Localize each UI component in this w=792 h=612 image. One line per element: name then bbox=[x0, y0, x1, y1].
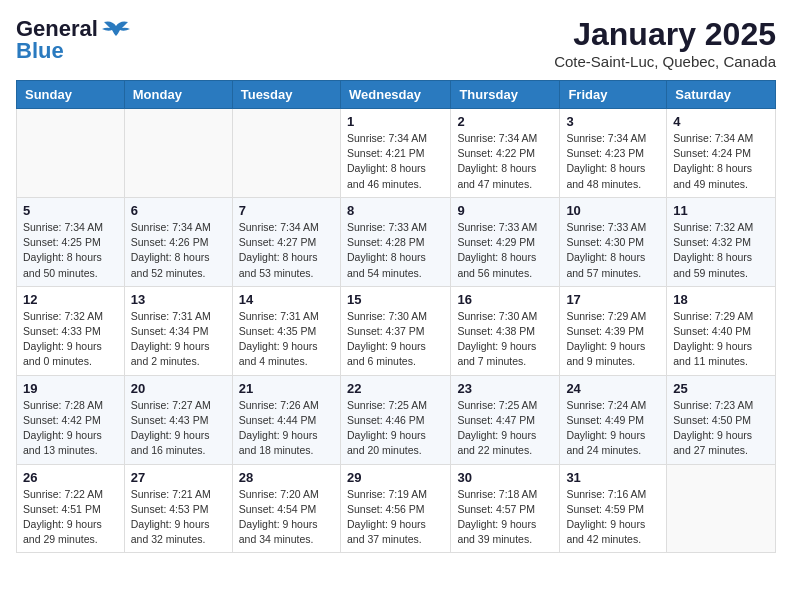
calendar-cell bbox=[232, 109, 340, 198]
day-info: Sunrise: 7:34 AM Sunset: 4:21 PM Dayligh… bbox=[347, 131, 444, 192]
day-info: Sunrise: 7:19 AM Sunset: 4:56 PM Dayligh… bbox=[347, 487, 444, 548]
calendar-cell: 13Sunrise: 7:31 AM Sunset: 4:34 PM Dayli… bbox=[124, 286, 232, 375]
calendar-cell: 10Sunrise: 7:33 AM Sunset: 4:30 PM Dayli… bbox=[560, 197, 667, 286]
day-info: Sunrise: 7:34 AM Sunset: 4:22 PM Dayligh… bbox=[457, 131, 553, 192]
weekday-header-wednesday: Wednesday bbox=[340, 81, 450, 109]
weekday-header-saturday: Saturday bbox=[667, 81, 776, 109]
day-info: Sunrise: 7:33 AM Sunset: 4:28 PM Dayligh… bbox=[347, 220, 444, 281]
day-info: Sunrise: 7:29 AM Sunset: 4:39 PM Dayligh… bbox=[566, 309, 660, 370]
calendar-cell: 9Sunrise: 7:33 AM Sunset: 4:29 PM Daylig… bbox=[451, 197, 560, 286]
calendar-cell: 16Sunrise: 7:30 AM Sunset: 4:38 PM Dayli… bbox=[451, 286, 560, 375]
day-number: 1 bbox=[347, 114, 444, 129]
day-number: 12 bbox=[23, 292, 118, 307]
day-number: 30 bbox=[457, 470, 553, 485]
day-number: 24 bbox=[566, 381, 660, 396]
day-info: Sunrise: 7:31 AM Sunset: 4:34 PM Dayligh… bbox=[131, 309, 226, 370]
day-info: Sunrise: 7:24 AM Sunset: 4:49 PM Dayligh… bbox=[566, 398, 660, 459]
day-info: Sunrise: 7:22 AM Sunset: 4:51 PM Dayligh… bbox=[23, 487, 118, 548]
logo-bird-icon bbox=[102, 18, 130, 40]
day-info: Sunrise: 7:33 AM Sunset: 4:29 PM Dayligh… bbox=[457, 220, 553, 281]
day-info: Sunrise: 7:33 AM Sunset: 4:30 PM Dayligh… bbox=[566, 220, 660, 281]
day-number: 2 bbox=[457, 114, 553, 129]
day-number: 29 bbox=[347, 470, 444, 485]
day-info: Sunrise: 7:16 AM Sunset: 4:59 PM Dayligh… bbox=[566, 487, 660, 548]
day-info: Sunrise: 7:34 AM Sunset: 4:23 PM Dayligh… bbox=[566, 131, 660, 192]
weekday-header-monday: Monday bbox=[124, 81, 232, 109]
day-info: Sunrise: 7:23 AM Sunset: 4:50 PM Dayligh… bbox=[673, 398, 769, 459]
day-number: 27 bbox=[131, 470, 226, 485]
day-info: Sunrise: 7:25 AM Sunset: 4:47 PM Dayligh… bbox=[457, 398, 553, 459]
day-number: 16 bbox=[457, 292, 553, 307]
day-info: Sunrise: 7:32 AM Sunset: 4:33 PM Dayligh… bbox=[23, 309, 118, 370]
weekday-header-tuesday: Tuesday bbox=[232, 81, 340, 109]
weekday-header-row: SundayMondayTuesdayWednesdayThursdayFrid… bbox=[17, 81, 776, 109]
day-info: Sunrise: 7:18 AM Sunset: 4:57 PM Dayligh… bbox=[457, 487, 553, 548]
day-info: Sunrise: 7:34 AM Sunset: 4:24 PM Dayligh… bbox=[673, 131, 769, 192]
calendar-cell bbox=[17, 109, 125, 198]
calendar-cell: 12Sunrise: 7:32 AM Sunset: 4:33 PM Dayli… bbox=[17, 286, 125, 375]
calendar-week-row: 12Sunrise: 7:32 AM Sunset: 4:33 PM Dayli… bbox=[17, 286, 776, 375]
day-number: 17 bbox=[566, 292, 660, 307]
day-number: 10 bbox=[566, 203, 660, 218]
calendar-cell: 21Sunrise: 7:26 AM Sunset: 4:44 PM Dayli… bbox=[232, 375, 340, 464]
calendar-cell: 30Sunrise: 7:18 AM Sunset: 4:57 PM Dayli… bbox=[451, 464, 560, 553]
day-number: 18 bbox=[673, 292, 769, 307]
calendar-cell: 17Sunrise: 7:29 AM Sunset: 4:39 PM Dayli… bbox=[560, 286, 667, 375]
calendar-week-row: 26Sunrise: 7:22 AM Sunset: 4:51 PM Dayli… bbox=[17, 464, 776, 553]
calendar-week-row: 5Sunrise: 7:34 AM Sunset: 4:25 PM Daylig… bbox=[17, 197, 776, 286]
weekday-header-thursday: Thursday bbox=[451, 81, 560, 109]
weekday-header-friday: Friday bbox=[560, 81, 667, 109]
calendar-cell bbox=[124, 109, 232, 198]
calendar-cell: 19Sunrise: 7:28 AM Sunset: 4:42 PM Dayli… bbox=[17, 375, 125, 464]
day-number: 11 bbox=[673, 203, 769, 218]
calendar-cell: 31Sunrise: 7:16 AM Sunset: 4:59 PM Dayli… bbox=[560, 464, 667, 553]
day-number: 26 bbox=[23, 470, 118, 485]
calendar-cell: 25Sunrise: 7:23 AM Sunset: 4:50 PM Dayli… bbox=[667, 375, 776, 464]
calendar-cell: 3Sunrise: 7:34 AM Sunset: 4:23 PM Daylig… bbox=[560, 109, 667, 198]
day-info: Sunrise: 7:31 AM Sunset: 4:35 PM Dayligh… bbox=[239, 309, 334, 370]
logo-blue: Blue bbox=[16, 38, 64, 64]
calendar-cell: 15Sunrise: 7:30 AM Sunset: 4:37 PM Dayli… bbox=[340, 286, 450, 375]
calendar-cell: 8Sunrise: 7:33 AM Sunset: 4:28 PM Daylig… bbox=[340, 197, 450, 286]
location-title: Cote-Saint-Luc, Quebec, Canada bbox=[554, 53, 776, 70]
day-number: 14 bbox=[239, 292, 334, 307]
calendar-cell: 1Sunrise: 7:34 AM Sunset: 4:21 PM Daylig… bbox=[340, 109, 450, 198]
calendar-cell: 14Sunrise: 7:31 AM Sunset: 4:35 PM Dayli… bbox=[232, 286, 340, 375]
day-number: 5 bbox=[23, 203, 118, 218]
day-number: 31 bbox=[566, 470, 660, 485]
calendar-cell: 6Sunrise: 7:34 AM Sunset: 4:26 PM Daylig… bbox=[124, 197, 232, 286]
day-info: Sunrise: 7:29 AM Sunset: 4:40 PM Dayligh… bbox=[673, 309, 769, 370]
calendar-cell: 5Sunrise: 7:34 AM Sunset: 4:25 PM Daylig… bbox=[17, 197, 125, 286]
page-header: General Blue January 2025 Cote-Saint-Luc… bbox=[16, 16, 776, 70]
calendar-cell: 28Sunrise: 7:20 AM Sunset: 4:54 PM Dayli… bbox=[232, 464, 340, 553]
day-number: 7 bbox=[239, 203, 334, 218]
day-number: 13 bbox=[131, 292, 226, 307]
calendar-week-row: 1Sunrise: 7:34 AM Sunset: 4:21 PM Daylig… bbox=[17, 109, 776, 198]
day-info: Sunrise: 7:26 AM Sunset: 4:44 PM Dayligh… bbox=[239, 398, 334, 459]
day-number: 9 bbox=[457, 203, 553, 218]
day-info: Sunrise: 7:25 AM Sunset: 4:46 PM Dayligh… bbox=[347, 398, 444, 459]
month-title: January 2025 bbox=[554, 16, 776, 53]
day-number: 20 bbox=[131, 381, 226, 396]
calendar-cell: 18Sunrise: 7:29 AM Sunset: 4:40 PM Dayli… bbox=[667, 286, 776, 375]
day-info: Sunrise: 7:34 AM Sunset: 4:26 PM Dayligh… bbox=[131, 220, 226, 281]
calendar-cell: 22Sunrise: 7:25 AM Sunset: 4:46 PM Dayli… bbox=[340, 375, 450, 464]
day-number: 23 bbox=[457, 381, 553, 396]
day-number: 6 bbox=[131, 203, 226, 218]
calendar-cell: 2Sunrise: 7:34 AM Sunset: 4:22 PM Daylig… bbox=[451, 109, 560, 198]
calendar-cell: 4Sunrise: 7:34 AM Sunset: 4:24 PM Daylig… bbox=[667, 109, 776, 198]
day-number: 8 bbox=[347, 203, 444, 218]
calendar-cell: 7Sunrise: 7:34 AM Sunset: 4:27 PM Daylig… bbox=[232, 197, 340, 286]
day-info: Sunrise: 7:32 AM Sunset: 4:32 PM Dayligh… bbox=[673, 220, 769, 281]
calendar-cell: 29Sunrise: 7:19 AM Sunset: 4:56 PM Dayli… bbox=[340, 464, 450, 553]
day-number: 21 bbox=[239, 381, 334, 396]
weekday-header-sunday: Sunday bbox=[17, 81, 125, 109]
title-area: January 2025 Cote-Saint-Luc, Quebec, Can… bbox=[554, 16, 776, 70]
day-number: 15 bbox=[347, 292, 444, 307]
day-number: 22 bbox=[347, 381, 444, 396]
calendar-cell: 23Sunrise: 7:25 AM Sunset: 4:47 PM Dayli… bbox=[451, 375, 560, 464]
calendar-cell: 24Sunrise: 7:24 AM Sunset: 4:49 PM Dayli… bbox=[560, 375, 667, 464]
day-info: Sunrise: 7:34 AM Sunset: 4:25 PM Dayligh… bbox=[23, 220, 118, 281]
day-info: Sunrise: 7:28 AM Sunset: 4:42 PM Dayligh… bbox=[23, 398, 118, 459]
day-info: Sunrise: 7:20 AM Sunset: 4:54 PM Dayligh… bbox=[239, 487, 334, 548]
